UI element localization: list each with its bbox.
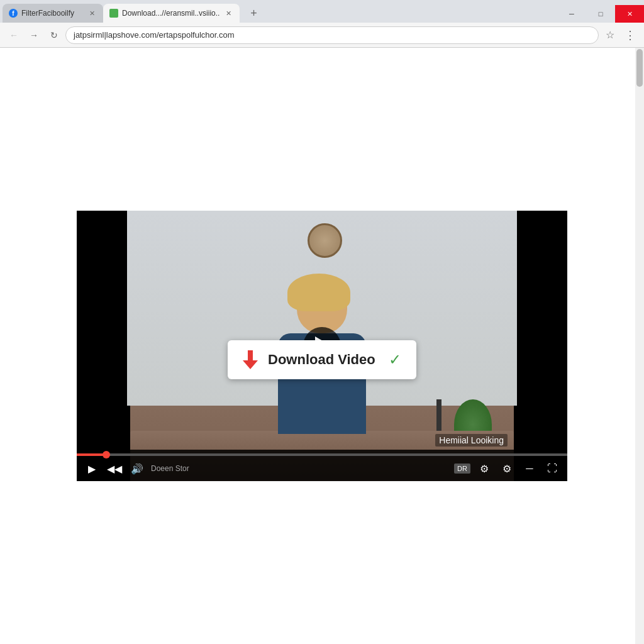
video-player[interactable]: Download Video ✓ Hemiial Looiking ▶ ◀◀ 🔊… xyxy=(77,211,567,481)
settings-button-2[interactable]: ⚙ xyxy=(498,460,516,477)
browser-tab-1[interactable]: f FilterFacibooilfy ✕ xyxy=(3,4,103,23)
video-watermark: Hemiial Looiking xyxy=(435,434,508,447)
title-bar: f FilterFacibooilfy ✕ Download...//erans… xyxy=(0,0,644,23)
download-video-overlay[interactable]: Download Video ✓ xyxy=(228,340,416,379)
maximize-button[interactable]: □ xyxy=(586,5,615,23)
volume-button[interactable]: 🔊 xyxy=(128,460,146,477)
black-bar-right xyxy=(514,211,567,481)
tab-1-favicon: f xyxy=(9,9,18,18)
download-arrow-icon xyxy=(243,350,258,369)
arrow-head xyxy=(243,360,258,369)
new-tab-button[interactable]: + xyxy=(242,4,265,23)
settings-button-1[interactable]: ⚙ xyxy=(475,460,493,477)
bookmark-button[interactable]: ☆ xyxy=(601,26,619,44)
time-label: Doeen Stor xyxy=(151,464,449,473)
progress-bar[interactable] xyxy=(77,453,567,456)
check-icon: ✓ xyxy=(389,351,401,369)
menu-button[interactable]: ⋮ xyxy=(621,26,639,44)
play-pause-button[interactable]: ▶ xyxy=(83,460,101,477)
arrow-shaft xyxy=(248,350,253,360)
window-controls: ─ □ ✕ xyxy=(557,5,644,23)
back-button[interactable]: ← xyxy=(5,26,23,44)
chrome-browser-frame: f FilterFacibooilfy ✕ Download...//erans… xyxy=(0,0,644,644)
page-content: Download Video ✓ Hemiial Looiking ▶ ◀◀ 🔊… xyxy=(0,48,644,644)
tab-2-close[interactable]: ✕ xyxy=(223,8,233,18)
address-bar[interactable]: jatpsirml|lapshove.com/ertapspolfulchor.… xyxy=(65,26,599,44)
arrow-down-shape xyxy=(243,350,258,369)
quality-badge[interactable]: DR xyxy=(454,464,470,474)
tab-2-title: Download...//eransmil..vsiiio.. xyxy=(122,9,219,18)
tab-2-favicon xyxy=(109,9,118,18)
close-button[interactable]: ✕ xyxy=(615,5,644,23)
forward-button[interactable]: → xyxy=(25,26,43,44)
video-controls: ▶ ◀◀ 🔊 Doeen Stor DR ⚙ ⚙ ─ ⛶ xyxy=(77,450,567,481)
scrollbar[interactable] xyxy=(635,48,644,644)
toolbar: ← → ↻ jatpsirml|lapshove.com/ertapspolfu… xyxy=(0,23,644,48)
scrollbar-thumb[interactable] xyxy=(636,49,643,87)
black-bar-left xyxy=(77,211,130,481)
url-text: jatpsirml|lapshove.com/ertapspolfulchor.… xyxy=(74,30,591,40)
more-options-button[interactable]: ─ xyxy=(521,460,538,477)
progress-thumb xyxy=(103,451,110,458)
tab-1-close[interactable]: ✕ xyxy=(87,8,97,18)
progress-fill xyxy=(77,453,106,456)
person-head xyxy=(297,280,347,333)
fullscreen-button[interactable]: ⛶ xyxy=(543,460,561,477)
tabs-bar: f FilterFacibooilfy ✕ Download...//erans… xyxy=(0,0,265,23)
browser-tab-2[interactable]: Download...//eransmil..vsiiio.. ✕ xyxy=(103,4,240,23)
download-video-label: Download Video xyxy=(268,352,379,368)
scene-clock xyxy=(308,223,342,258)
refresh-button[interactable]: ↻ xyxy=(45,26,63,44)
tab-1-title: FilterFacibooilfy xyxy=(21,9,83,18)
controls-row: ▶ ◀◀ 🔊 Doeen Stor DR ⚙ ⚙ ─ ⛶ xyxy=(77,456,567,481)
minimize-button[interactable]: ─ xyxy=(557,5,586,23)
person-hair xyxy=(287,274,350,311)
skip-button[interactable]: ◀◀ xyxy=(106,460,123,477)
